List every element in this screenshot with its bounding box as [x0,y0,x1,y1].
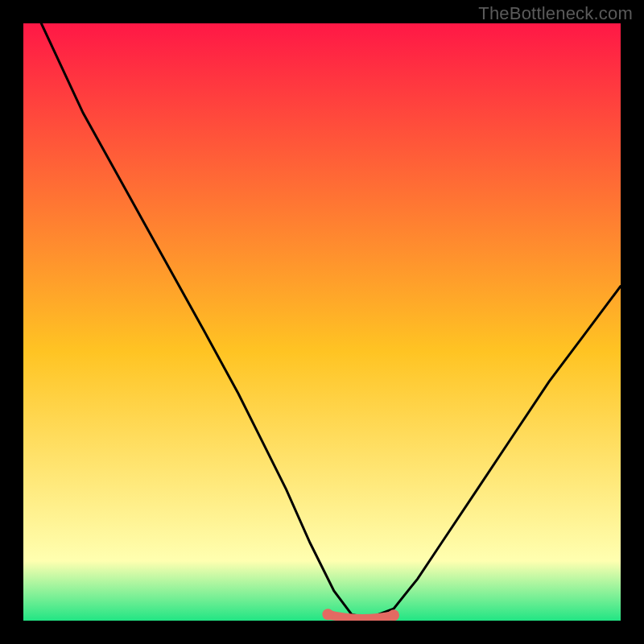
optimal-zone-right-dot [388,609,399,621]
optimal-zone-left-dot [322,609,333,620]
chart-frame: TheBottleneck.com [0,0,644,644]
watermark-text: TheBottleneck.com [478,3,633,24]
chart-plot-area [23,23,621,621]
gradient-background [23,23,621,621]
optimal-zone-highlight [328,614,394,618]
